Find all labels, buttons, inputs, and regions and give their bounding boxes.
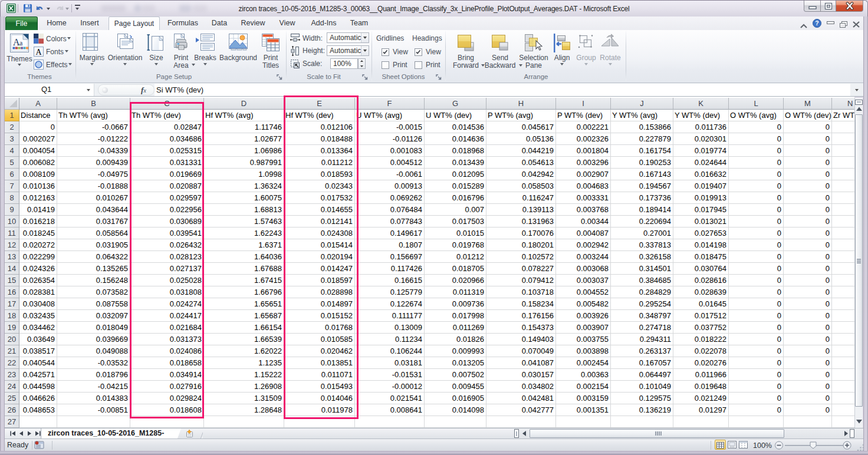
svg-text:a: a <box>19 39 23 47</box>
svg-text:?: ? <box>815 19 818 27</box>
svg-text:A: A <box>35 48 42 57</box>
